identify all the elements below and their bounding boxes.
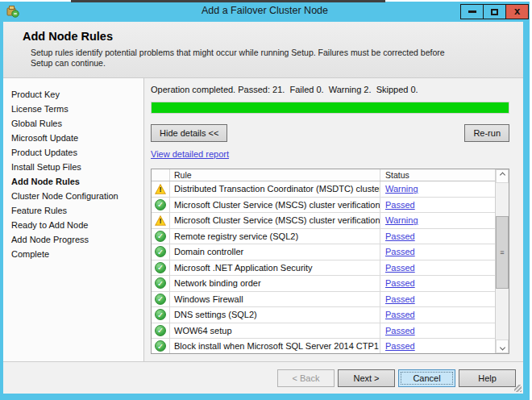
status-column-header[interactable]: Status (380, 169, 495, 181)
rule-row[interactable]: Microsoft Cluster Service (MSCS) cluster… (152, 198, 495, 214)
background-window-edge (71, 0, 385, 2)
rules-content-pane: Operation completed. Passed: 21. Failed … (144, 78, 523, 361)
rule-row[interactable]: WOW64 setup Passed (152, 323, 495, 340)
wizard-step-item: Microsoft Update (3, 131, 143, 145)
passed-icon (155, 340, 166, 352)
maximize-button[interactable] (483, 4, 506, 19)
rule-status-link[interactable]: Passed (385, 326, 415, 335)
rules-table-header: Rule Status (152, 169, 495, 181)
rule-name: WOW64 setup (170, 323, 380, 339)
wizard-step-label: Add Node Progress (11, 235, 89, 244)
operation-status-text: Operation completed. Passed: 21. Failed … (151, 85, 509, 94)
rule-status-link[interactable]: Passed (385, 278, 415, 288)
rule-row[interactable]: Remote registry service (SQL2) Passed (152, 229, 495, 245)
wizard-step-item: Complete (3, 247, 143, 261)
rule-name: DNS settings (SQL2) (170, 307, 380, 323)
passed-icon (155, 262, 166, 273)
window-controls: x (461, 4, 529, 19)
wizard-step-label: Complete (11, 249, 49, 259)
rule-status-link[interactable]: Warning (385, 215, 418, 225)
passed-icon (155, 294, 166, 305)
scrollbar-down-arrow[interactable] (496, 340, 509, 353)
details-button-row: Hide details << Re-run (151, 124, 509, 142)
wizard-step-label: Product Key (11, 90, 60, 99)
passed-icon (155, 199, 166, 210)
scrollbar-gripper-icon: ≡ (500, 249, 504, 256)
rule-status-link[interactable]: Passed (385, 294, 415, 304)
wizard-step-item: Add Node Progress (3, 232, 143, 247)
dialog-body: Product Key License Terms Global Rules M… (3, 78, 523, 361)
rule-row[interactable]: Windows Firewall Passed (152, 292, 495, 308)
page-header: Add Node Rules Setup rules identify pote… (3, 22, 523, 78)
chevron-up-icon (499, 173, 505, 178)
rule-status-link[interactable]: Passed (385, 310, 415, 319)
rerun-button[interactable]: Re-run (464, 124, 509, 142)
cancel-button[interactable]: Cancel (398, 369, 455, 387)
warning-icon (155, 184, 166, 194)
rule-status-link[interactable]: Passed (385, 341, 415, 351)
rule-name: Microsoft Cluster Service (MSCS) cluster… (170, 198, 380, 213)
rule-status-link[interactable]: Passed (385, 200, 415, 210)
table-scrollbar[interactable]: ≡ (495, 169, 509, 353)
wizard-step-item: Ready to Add Node (3, 218, 143, 232)
wizard-step-label: Product Updates (11, 148, 77, 157)
rule-column-header[interactable]: Rule (170, 169, 380, 181)
resize-grip[interactable] (514, 385, 522, 392)
passed-icon (155, 325, 166, 336)
rules-table-main: Rule Status Distributed Transaction Coor… (152, 169, 495, 353)
rule-name: Windows Firewall (170, 292, 380, 307)
rule-row[interactable]: DNS settings (SQL2) Passed (152, 307, 495, 323)
wizard-step-item: Add Node Rules (3, 174, 143, 189)
passed-icon (155, 277, 166, 289)
screen: Add a Failover Cluster Node x Add Node R… (0, 0, 532, 400)
close-icon: x (514, 6, 520, 16)
wizard-step-item: Feature Rules (3, 203, 143, 218)
wizard-step-label: Feature Rules (11, 206, 67, 215)
wizard-step-item: License Terms (3, 102, 143, 116)
add-failover-cluster-node-dialog: Add a Failover Cluster Node x Add Node R… (0, 2, 530, 400)
rule-status-link[interactable]: Passed (385, 231, 415, 241)
rule-row[interactable]: Domain controller Passed (152, 244, 495, 260)
wizard-step-label: Microsoft Update (11, 133, 78, 143)
wizard-step-label: Global Rules (11, 119, 62, 128)
minimize-button[interactable] (460, 4, 484, 19)
titlebar[interactable]: Add a Failover Cluster Node x (0, 2, 530, 22)
rule-row[interactable]: Distributed Transaction Coordinator (MSD… (152, 181, 495, 198)
help-button[interactable]: Help (459, 369, 516, 387)
dialog-footer: < Back Next > Cancel Help (3, 361, 523, 394)
wizard-step-item: Cluster Node Configuration (3, 189, 143, 203)
rule-name: Domain controller (170, 244, 380, 260)
wizard-step-item: Product Updates (3, 145, 143, 160)
hide-details-button[interactable]: Hide details << (151, 124, 227, 142)
rule-status-link[interactable]: Warning (385, 184, 418, 194)
passed-icon (155, 246, 166, 257)
wizard-step-item: Product Key (3, 87, 143, 102)
rule-row[interactable]: Microsoft .NET Application Security Pass… (152, 260, 495, 277)
rule-name: Block install when Microsoft SQL Server … (170, 339, 380, 353)
passed-icon (155, 309, 166, 320)
passed-icon (155, 231, 166, 242)
scrollbar-up-arrow[interactable] (496, 169, 509, 183)
progress-bar-fill (152, 102, 509, 113)
window-title: Add a Failover Cluster Node (0, 5, 530, 16)
wizard-step-label: Install Setup Files (11, 162, 81, 172)
view-detailed-report-link[interactable]: View detailed report (151, 149, 229, 159)
wizard-step-label: License Terms (11, 104, 69, 114)
minimize-icon (468, 10, 476, 13)
page-title: Add Node Rules (23, 30, 523, 43)
rule-name: Microsoft Cluster Service (MSCS) cluster… (170, 213, 380, 228)
rule-name: Remote registry service (SQL2) (170, 229, 380, 244)
wizard-step-item: Global Rules (3, 116, 143, 131)
rule-row[interactable]: Microsoft Cluster Service (MSCS) cluster… (152, 213, 495, 229)
rule-row[interactable]: Block install when Microsoft SQL Server … (152, 339, 495, 353)
rule-status-link[interactable]: Passed (385, 247, 415, 256)
next-button[interactable]: Next > (338, 369, 395, 387)
scrollbar-thumb[interactable]: ≡ (496, 216, 509, 289)
dialog-frame: Add Node Rules Setup rules identify pote… (0, 22, 530, 400)
rule-status-link[interactable]: Passed (385, 263, 415, 273)
wizard-steps-sidebar: Product Key License Terms Global Rules M… (3, 78, 144, 361)
page-description: Setup rules identify potential problems … (31, 48, 466, 69)
wizard-step-label: Cluster Node Configuration (11, 191, 118, 201)
close-button[interactable]: x (505, 4, 529, 19)
rule-row[interactable]: Network binding order Passed (152, 276, 495, 292)
